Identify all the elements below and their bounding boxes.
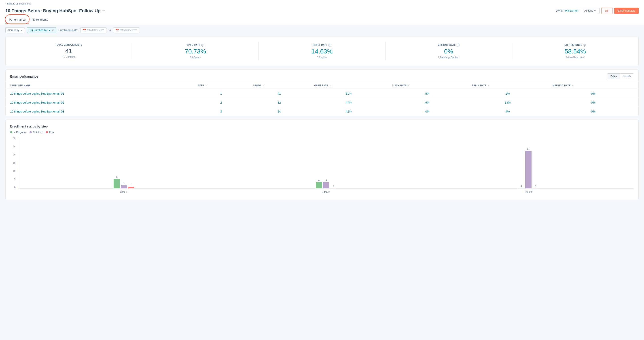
stat-open-rate-label: OPEN RATE i [136,44,255,46]
owner-label: Owner: Will DePeri [556,9,578,12]
stat-total-enrollments-sub: 41 Contacts [9,56,128,58]
bar-value-label: 24 [527,148,530,150]
rates-toggle-button[interactable]: Rates [607,74,620,79]
table-row: 10 things before buying HubSpot email 02… [6,98,638,107]
y-axis-label: 20 [10,154,17,156]
bar-value-label: 0 [333,185,334,188]
click-rate-cell: 5% [388,89,467,98]
bar [323,182,329,188]
reply-rate-cell: 13% [467,98,548,107]
meeting-rate-info-icon[interactable]: i [456,44,460,46]
email-performance-header: Email performance Rates Counts [6,70,638,82]
table-row: 10 things before buying HubSpot email 03… [6,107,638,116]
enrollment-card-inner: Enrollment status by step In ProgressFin… [6,120,638,200]
reply-rate-cell: 4% [467,107,548,116]
header-row: 10 Things Before Buying HubSpot Follow U… [5,6,639,14]
legend-item: Error [46,131,54,134]
sends-cell: 41 [249,89,310,98]
bar-wrapper: 2 [121,182,127,188]
table-row: 10 things before buying HubSpot email 01… [6,89,638,98]
stat-no-response: NO RESPONSE i 58.54% 24 No Response [512,42,638,60]
meeting-rate-sort-icon: ⇅ [572,84,574,87]
stat-meeting-rate-sub: 0 Meetings Booked [389,56,508,58]
date-to-input[interactable]: 📅 MM/DD/YYYY [113,27,139,33]
edit-icon[interactable]: ✏ [102,9,105,12]
step-cell: 1 [194,89,248,98]
template-name-cell[interactable]: 10 things before buying HubSpot email 01 [6,89,194,98]
company-filter[interactable]: Company ▼ [5,27,25,33]
sends-sort-icon: ⇅ [263,84,265,87]
owner-name: Will DePeri [565,9,578,12]
open-rate-info-icon[interactable]: i [201,44,204,46]
y-axis-label: 25 [10,146,17,148]
step-cell: 2 [194,98,248,107]
legend-dot-icon [10,131,12,133]
y-axis: 051015202530 [10,137,17,188]
step-sort-icon: ⇅ [206,84,208,87]
col-step[interactable]: STEP ⇅ [194,82,248,89]
bar-wrapper: 4 [323,179,329,188]
top-bar: ‹ Back to all sequences 10 Things Before… [0,0,644,24]
col-meeting-rate[interactable]: MEETING RATE ⇅ [548,82,638,89]
stat-reply-rate-sub: 6 Replies [262,56,382,58]
tab-performance[interactable]: Performance [5,16,29,24]
y-axis-label: 30 [10,137,17,140]
email-performance-thead: TEMPLATE NAME STEP ⇅ SENDS ⇅ OPEN RATE ⇅ [6,82,638,89]
bar-wrapper: 1 [128,184,134,188]
stat-meeting-rate: MEETING RATE i 0% 0 Meetings Booked [386,42,512,60]
edit-button[interactable]: Edit [601,8,613,14]
back-link[interactable]: ‹ Back to all sequences [5,0,639,6]
y-axis-label: 0 [10,186,17,188]
open-rate-cell: 47% [310,98,388,107]
chart-area: 051015202530 621Step 1440Step 20240Step … [10,137,634,195]
email-performance-title: Email performance [10,74,38,78]
sends-cell: 32 [249,98,310,107]
legend-item: In Progress [10,131,26,134]
reply-rate-cell: 2% [467,89,548,98]
header-actions: Owner: Will DePeri Actions ▼ Edit Enroll… [556,8,639,14]
email-performance-tbody: 10 things before buying HubSpot email 01… [6,89,638,116]
stats-card: TOTAL ENROLLMENTS 41 41 Contacts OPEN RA… [5,36,639,66]
enroll-contacts-button[interactable]: Enroll contacts [614,8,639,14]
bar [532,188,539,188]
bar-value-label: 1 [130,184,132,186]
legend-item: Finished [30,131,42,134]
bar-wrapper: 0 [518,185,524,188]
enrolled-by-remove-icon[interactable]: × [52,28,54,32]
enrolled-by-filter-chip[interactable]: (1) Enrolled by ▼ × [27,27,56,33]
template-name-cell[interactable]: 10 things before buying HubSpot email 03 [6,107,194,116]
open-rate-sort-icon: ⇅ [330,84,332,87]
click-rate-cell: 6% [388,98,467,107]
col-sends[interactable]: SENDS ⇅ [249,82,310,89]
step-label: Step 1 [120,190,128,193]
stat-reply-rate-value: 14.63% [262,48,382,55]
actions-button[interactable]: Actions ▼ [581,8,600,14]
legend-label: In Progress [14,131,26,134]
bar [525,151,532,188]
chart-inner: 621Step 1440Step 20240Step 3 [18,137,634,188]
stat-total-enrollments-label: TOTAL ENROLLMENTS [9,44,128,46]
col-open-rate[interactable]: OPEN RATE ⇅ [310,82,388,89]
tab-enrollments[interactable]: Enrollments [29,16,52,24]
col-click-rate[interactable]: CLICK RATE ⇅ [388,82,467,89]
calendar-from-icon: 📅 [83,29,86,32]
step-group: 440Step 2 [225,179,427,188]
legend-dot-icon [30,131,32,133]
step-label: Step 2 [323,190,330,193]
stat-total-enrollments: TOTAL ENROLLMENTS 41 41 Contacts [6,42,132,60]
legend-label: Finished [33,131,42,134]
col-reply-rate[interactable]: REPLY RATE ⇅ [467,82,548,89]
stat-meeting-rate-value: 0% [389,48,508,55]
bar [114,179,120,188]
tabs-row: Performance Enrollments [5,16,639,24]
counts-toggle-button[interactable]: Counts [620,74,634,79]
template-name-cell[interactable]: 10 things before buying HubSpot email 02 [6,98,194,107]
reply-rate-info-icon[interactable]: i [328,44,332,46]
bar-wrapper: 0 [330,185,336,188]
date-from-input[interactable]: 📅 MM/DD/YYYY [80,27,106,33]
no-response-info-icon[interactable]: i [583,44,586,46]
sends-cell: 24 [249,107,310,116]
col-template-name: TEMPLATE NAME [6,82,194,89]
main-content: TOTAL ENROLLMENTS 41 41 Contacts OPEN RA… [0,36,644,209]
meeting-rate-cell: 0% [548,107,638,116]
